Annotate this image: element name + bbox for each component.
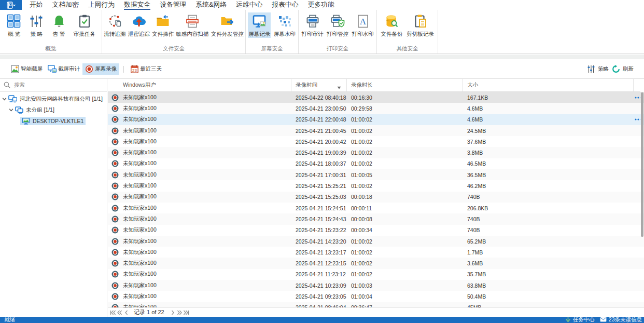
company-computers-icon xyxy=(8,95,17,103)
ribbon-tab-2[interactable]: 文档加密 xyxy=(48,0,83,10)
ribbon-button-打印审计[interactable]: 打印审计 xyxy=(301,12,324,38)
toolbar-right-button-刷新[interactable]: 刷新 xyxy=(612,65,634,73)
prev-page-button[interactable] xyxy=(123,308,130,317)
ribbon-button-label: 打印审计 xyxy=(302,31,324,38)
group-computers-icon xyxy=(15,106,23,114)
record-dot-icon xyxy=(85,65,93,73)
record-ring-icon xyxy=(111,193,119,200)
tree-node-label: DESKTOP-VLKTLE1 xyxy=(32,117,86,125)
clipboard-record-icon xyxy=(413,14,428,29)
next-10-page-button[interactable] xyxy=(176,308,183,317)
ribbon-tab-5[interactable]: 设备管理 xyxy=(155,0,191,10)
table-row-19[interactable]: 未知玩家x1002025-04-21 09:23:0501:00:0450.4M… xyxy=(108,291,644,302)
task-center-button[interactable]: 任务中心 xyxy=(565,316,595,323)
table-row-20[interactable]: 未知玩家x1002025-04-21 08:46:0400:36:4745MB xyxy=(108,302,644,307)
ribbon-button-策略[interactable]: 策 略 xyxy=(28,12,45,38)
cell-time: 2025-04-21 23:00:50 xyxy=(291,105,347,112)
ribbon-tab-6[interactable]: 系统&网络 xyxy=(191,0,231,10)
refresh-icon xyxy=(612,65,620,73)
ribbon-button-屏幕记录[interactable]: 屏幕记录 xyxy=(248,12,271,38)
table-row-16[interactable]: 未知玩家x1002025-04-21 12:23:1501:00:023.6MB xyxy=(108,258,644,268)
toolbar-button-智能截屏[interactable]: 智能截屏 xyxy=(8,63,45,75)
cell-time: 2025-04-21 15:25:03 xyxy=(291,194,347,200)
ribbon-tab-3[interactable]: 上网行为 xyxy=(83,0,119,10)
row-actions-button[interactable] xyxy=(635,97,640,99)
toolbar-button-最近三天[interactable]: 23最近三天 xyxy=(128,63,164,75)
table-row-18[interactable]: 未知玩家x1002025-04-21 10:23:0901:00:0363.8M… xyxy=(108,280,644,291)
record-ring-icon xyxy=(111,182,119,190)
file-backup-icon xyxy=(384,14,399,29)
toolbar-button-截屏审计[interactable]: 截屏审计 xyxy=(45,63,82,75)
table-row-1[interactable]: 未知玩家x1002025-04-22 08:40:1800:16:30167.1… xyxy=(108,92,644,103)
table-row-9[interactable]: 未知玩家x1002025-04-21 15:25:2101:00:0246.2M… xyxy=(108,180,644,191)
ribbon-button-泄密追踪[interactable]: 泄密追踪 xyxy=(128,12,150,38)
table-row-14[interactable]: 未知玩家x1002025-04-21 14:23:2001:00:0265.2M… xyxy=(108,236,644,247)
ribbon-button-打印水印[interactable]: A打印水印 xyxy=(352,12,374,38)
cell-duration: 00:00:08 xyxy=(347,216,463,222)
ribbon-button-剪切板记录[interactable]: 剪切板记录 xyxy=(406,12,435,38)
ribbon-button-概览[interactable]: 概 览 xyxy=(6,12,22,38)
table-row-11[interactable]: 未知玩家x1002025-04-21 15:24:5100:00:11206.8… xyxy=(108,203,644,213)
toolbar-right-button-策略[interactable]: 策略 xyxy=(587,65,609,73)
table-row-13[interactable]: 未知玩家x1002025-04-21 15:23:2200:00:34740B xyxy=(108,225,644,236)
ribbon-button-屏幕水印[interactable]: 屏幕水印 xyxy=(273,12,296,38)
row-actions-button[interactable] xyxy=(635,118,640,120)
table-row-10[interactable]: 未知玩家x1002025-04-21 15:25:0300:00:18740B xyxy=(108,192,644,203)
tree-node-1[interactable]: 河北安固云网络科技有限公司 [1/1] xyxy=(0,93,107,104)
prev-10-page-button[interactable] xyxy=(116,308,123,317)
tree-node-2[interactable]: 未分组 [1/1] xyxy=(0,104,107,115)
next-page-button[interactable] xyxy=(170,308,176,317)
last-page-button[interactable] xyxy=(183,308,190,317)
column-header-user[interactable]: Windows用户 xyxy=(119,79,291,91)
table-row-3[interactable]: 未知玩家x1002025-04-21 22:00:4801:00:024.6MB xyxy=(108,114,644,125)
svg-text:23: 23 xyxy=(132,68,137,73)
ribbon-button-文件备份[interactable]: 文件备份 xyxy=(380,12,403,38)
tree-expander[interactable] xyxy=(2,97,7,101)
tree-node-3[interactable]: DESKTOP-VLKTLE1 xyxy=(0,115,107,126)
record-ring-icon xyxy=(111,171,119,179)
ribbon-button-label: 屏幕水印 xyxy=(274,31,296,38)
cell-time: 2025-04-21 15:23:22 xyxy=(291,227,347,233)
table-row-4[interactable]: 未知玩家x1002025-04-21 21:00:4501:00:0224.5M… xyxy=(108,125,644,136)
sort-arrow-icon[interactable] xyxy=(337,84,341,90)
mail-icon xyxy=(600,317,607,323)
ribbon-button-文件操作[interactable]: 文件操作 xyxy=(151,12,174,38)
column-header-duration[interactable]: 录像时长 xyxy=(347,79,463,91)
table-row-12[interactable]: 未知玩家x1002025-04-21 15:24:4300:00:08740B xyxy=(108,213,644,224)
table-header: Windows用户录像时间录像时长大小 xyxy=(108,79,640,92)
table-row-2[interactable]: 未知玩家x1002025-04-21 23:00:5000:29:584.6MB xyxy=(108,103,644,114)
ribbon-tab-7[interactable]: 运维中心 xyxy=(231,0,267,10)
ribbon-button-打印管控[interactable]: 打印管控 xyxy=(326,12,349,38)
ribbon-tab-1[interactable]: 开始 xyxy=(25,0,48,10)
ribbon-tab-4[interactable]: 数据安全 xyxy=(119,0,155,10)
unread-messages-button[interactable]: 23条未读信息 xyxy=(600,316,642,323)
ribbon-button-流转追溯[interactable]: 流转追溯 xyxy=(103,12,126,38)
toolbar-button-屏幕录像[interactable]: 屏幕录像 xyxy=(82,63,119,75)
column-header-time[interactable]: 录像时间 xyxy=(291,79,347,91)
first-page-button[interactable] xyxy=(109,308,116,317)
ribbon-button-label: 打印管控 xyxy=(327,31,348,38)
table-row-6[interactable]: 未知玩家x1002025-04-21 19:00:3901:00:023.8MB xyxy=(108,147,644,158)
ribbon-tab-9[interactable]: 更多功能 xyxy=(303,0,339,10)
tree-expander[interactable] xyxy=(8,107,13,112)
cell-size: 167.1KB xyxy=(463,95,634,101)
ribbon-button-审批任务[interactable]: 审批任务 xyxy=(73,12,96,38)
app-menu-button[interactable] xyxy=(0,0,22,10)
vertical-scrollbar-thumb[interactable] xyxy=(641,92,643,237)
ribbon-tab-8[interactable]: 报表中心 xyxy=(267,0,303,10)
column-header-icon xyxy=(108,79,119,91)
table-row-15[interactable]: 未知玩家x1002025-04-21 13:23:1701:00:021.7MB xyxy=(108,247,644,258)
table-row-7[interactable]: 未知玩家x1002025-04-21 18:00:3701:00:0246.5M… xyxy=(108,158,644,169)
cell-time: 2025-04-21 22:00:48 xyxy=(291,116,347,123)
column-header-size[interactable]: 大小 xyxy=(463,79,634,91)
table-row-17[interactable]: 未知玩家x1002025-04-21 11:23:1201:00:0235.7M… xyxy=(108,269,644,280)
application-window: 开始文档加密上网行为数据安全设备管理系统&网络运维中心报表中心更多功能 概 览策… xyxy=(0,0,644,323)
table-row-8[interactable]: 未知玩家x1002025-04-21 17:00:3101:00:0536.5M… xyxy=(108,169,644,180)
ribbon-button-敏感内容扫描[interactable]: 敏感内容扫描 xyxy=(175,12,209,38)
ribbon-button-告警[interactable]: 告 警 xyxy=(51,12,67,38)
table-row-5[interactable]: 未知玩家x1002025-04-21 20:00:4201:00:0237.6M… xyxy=(108,136,644,147)
cell-size: 3.6MB xyxy=(463,260,634,266)
table-body: 未知玩家x1002025-04-22 08:40:1800:16:30167.1… xyxy=(108,92,644,307)
ribbon-button-文件外发管控[interactable]: 文件外发管控 xyxy=(211,12,244,38)
search-box[interactable]: 搜索 xyxy=(0,79,107,92)
